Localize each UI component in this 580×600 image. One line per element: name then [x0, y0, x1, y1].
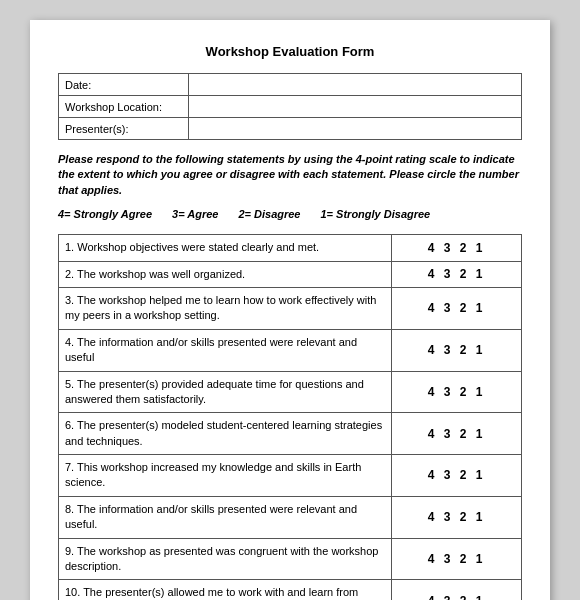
statement-cell: 7. This workshop increased my knowledge …	[59, 455, 392, 497]
statement-cell: 6. The presenter(s) modeled student-cent…	[59, 413, 392, 455]
scale-2: 2= Disagree	[238, 208, 300, 220]
score-cell: 4 3 2 1	[392, 287, 522, 329]
score-cell: 4 3 2 1	[392, 496, 522, 538]
statement-cell: 1. Workshop objectives were stated clear…	[59, 235, 392, 261]
scale-4: 4= Strongly Agree	[58, 208, 152, 220]
score-cell: 4 3 2 1	[392, 329, 522, 371]
table-row: 2. The workshop was well organized.4 3 2…	[59, 261, 522, 287]
scale-row: 4= Strongly Agree 3= Agree 2= Disagree 1…	[58, 208, 522, 220]
scale-3: 3= Agree	[172, 208, 218, 220]
location-label: Workshop Location:	[59, 96, 189, 118]
table-row: 8. The information and/or skills present…	[59, 496, 522, 538]
table-row: 10. The presenter(s) allowed me to work …	[59, 580, 522, 600]
score-cell: 4 3 2 1	[392, 371, 522, 413]
score-cell: 4 3 2 1	[392, 413, 522, 455]
page: Workshop Evaluation Form Date: Workshop …	[30, 20, 550, 600]
presenter-label: Presenter(s):	[59, 118, 189, 140]
instructions-text: Please respond to the following statemen…	[58, 152, 522, 198]
score-cell: 4 3 2 1	[392, 580, 522, 600]
info-row-presenter: Presenter(s):	[59, 118, 522, 140]
statement-cell: 9. The workshop as presented was congrue…	[59, 538, 392, 580]
table-row: 7. This workshop increased my knowledge …	[59, 455, 522, 497]
table-row: 4. The information and/or skills present…	[59, 329, 522, 371]
statement-cell: 3. The workshop helped me to learn how t…	[59, 287, 392, 329]
location-value[interactable]	[189, 96, 522, 118]
info-row-date: Date:	[59, 74, 522, 96]
info-table: Date: Workshop Location: Presenter(s):	[58, 73, 522, 140]
table-row: 3. The workshop helped me to learn how t…	[59, 287, 522, 329]
page-title: Workshop Evaluation Form	[58, 44, 522, 59]
statement-cell: 4. The information and/or skills present…	[59, 329, 392, 371]
table-row: 6. The presenter(s) modeled student-cent…	[59, 413, 522, 455]
statement-cell: 5. The presenter(s) provided adequate ti…	[59, 371, 392, 413]
presenter-value[interactable]	[189, 118, 522, 140]
table-row: 5. The presenter(s) provided adequate ti…	[59, 371, 522, 413]
scale-1: 1= Strongly Disagree	[321, 208, 431, 220]
info-row-location: Workshop Location:	[59, 96, 522, 118]
statement-cell: 8. The information and/or skills present…	[59, 496, 392, 538]
table-row: 1. Workshop objectives were stated clear…	[59, 235, 522, 261]
date-value[interactable]	[189, 74, 522, 96]
date-label: Date:	[59, 74, 189, 96]
table-row: 9. The workshop as presented was congrue…	[59, 538, 522, 580]
score-cell: 4 3 2 1	[392, 235, 522, 261]
rating-table: 1. Workshop objectives were stated clear…	[58, 234, 522, 600]
score-cell: 4 3 2 1	[392, 455, 522, 497]
statement-cell: 2. The workshop was well organized.	[59, 261, 392, 287]
score-cell: 4 3 2 1	[392, 261, 522, 287]
score-cell: 4 3 2 1	[392, 538, 522, 580]
statement-cell: 10. The presenter(s) allowed me to work …	[59, 580, 392, 600]
